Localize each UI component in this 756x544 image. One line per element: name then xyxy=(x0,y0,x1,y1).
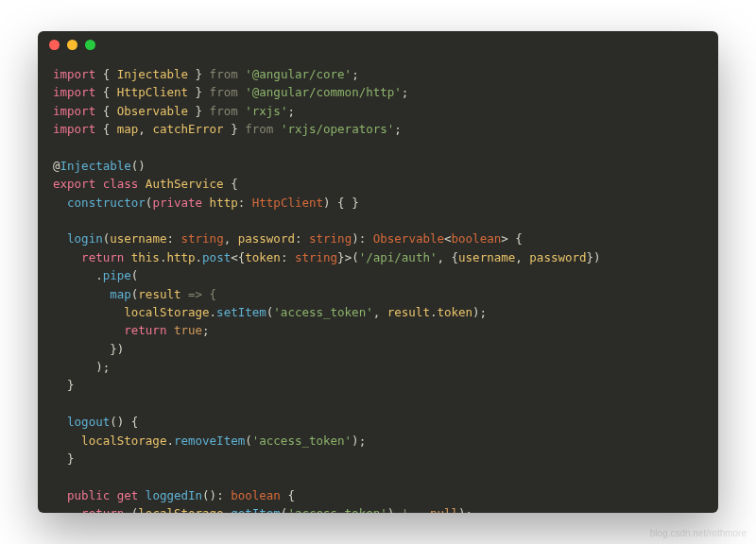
brace: { xyxy=(231,177,238,191)
fn: logout xyxy=(67,415,110,429)
identifier: password xyxy=(529,250,586,264)
kw-class: class xyxy=(103,177,139,191)
punct: > { xyxy=(501,231,523,246)
string: 'rxjs/operators' xyxy=(281,122,394,136)
fn: pipe xyxy=(103,268,131,282)
punct: . xyxy=(210,305,217,319)
null: null xyxy=(430,506,458,513)
fn: loggedIn xyxy=(146,488,202,502)
param: username xyxy=(110,231,166,246)
punct: ( xyxy=(131,268,139,282)
punct: ); xyxy=(352,434,366,448)
brace: } xyxy=(67,451,75,466)
brace: { xyxy=(103,67,117,81)
fn: post xyxy=(202,250,231,264)
zoom-icon[interactable] xyxy=(85,40,95,50)
identifier: Injectable xyxy=(117,67,188,81)
at: @ xyxy=(53,159,60,173)
kw-return: return xyxy=(124,323,166,337)
string: '/api/auth' xyxy=(359,250,438,264)
punct: , xyxy=(373,305,387,319)
brace: { xyxy=(103,122,117,136)
brace: { xyxy=(103,104,117,118)
punct: () { xyxy=(110,415,138,429)
punct: : xyxy=(238,196,252,210)
punct: () xyxy=(131,159,146,173)
string: 'access_token' xyxy=(273,305,372,319)
type: string xyxy=(295,250,337,264)
identifier: HttpClient xyxy=(117,85,188,99)
op: !== xyxy=(394,506,430,513)
type: string xyxy=(181,231,224,246)
punct: }) xyxy=(110,342,124,356)
punct: . xyxy=(196,250,203,264)
punct: ); xyxy=(95,360,110,374)
const: true xyxy=(174,323,202,337)
string: 'access_token' xyxy=(252,434,352,448)
string: 'access_token' xyxy=(287,506,387,513)
fn: setItem xyxy=(216,305,266,319)
identifier: username xyxy=(458,250,515,264)
close-icon[interactable] xyxy=(49,40,60,50)
kw-import: import xyxy=(53,104,95,118)
string: '@angular/core' xyxy=(245,67,352,81)
fn: getItem xyxy=(231,506,281,513)
prop: token xyxy=(437,305,472,319)
prop: http xyxy=(166,250,195,264)
param: result xyxy=(138,287,180,301)
kw-private: private xyxy=(152,196,202,210)
punct: . xyxy=(166,434,174,448)
prop: token xyxy=(245,250,281,264)
identifier: localStorage xyxy=(138,506,223,513)
kw-get: get xyxy=(117,488,139,502)
kw-public: public xyxy=(67,488,110,502)
fn: login xyxy=(67,231,103,246)
punct: ; xyxy=(402,85,409,99)
punct: : xyxy=(295,231,309,246)
arrow: => { xyxy=(180,287,216,301)
type: string xyxy=(309,231,352,246)
kw-from: from xyxy=(245,122,273,136)
type: boolean xyxy=(452,231,502,246)
punct: , xyxy=(224,231,238,246)
annotation: Injectable xyxy=(60,159,131,173)
kw-import: import xyxy=(53,67,95,81)
identifier: map xyxy=(117,122,139,136)
param: http xyxy=(210,196,238,210)
punct: ); xyxy=(458,506,472,513)
fn: map xyxy=(110,287,131,301)
classname: AuthService xyxy=(146,177,224,191)
kw-import: import xyxy=(53,122,95,136)
brace: { xyxy=(281,488,295,502)
punct: : xyxy=(281,250,295,264)
watermark: blog.csdn.net/rothmore xyxy=(650,528,747,538)
punct: . xyxy=(95,268,103,282)
kw-import: import xyxy=(53,85,95,99)
brace: } xyxy=(188,104,202,118)
code-window: import { Injectable } from '@angular/cor… xyxy=(38,31,718,513)
identifier: localStorage xyxy=(81,434,166,448)
kw-return: return xyxy=(81,250,124,264)
punct: ): xyxy=(352,231,373,246)
punct: ( xyxy=(245,434,252,448)
brace: } xyxy=(224,122,238,136)
identifier: result xyxy=(387,305,430,319)
fn: constructor xyxy=(67,196,146,210)
fn: removeItem xyxy=(174,434,245,448)
brace: } xyxy=(188,85,202,99)
identifier: Observable xyxy=(117,104,188,118)
punct: , { xyxy=(437,250,458,264)
type: boolean xyxy=(231,488,281,502)
punct: }>( xyxy=(337,250,359,264)
kw-from: from xyxy=(210,85,238,99)
punct: ; xyxy=(287,104,295,118)
code-editor[interactable]: import { Injectable } from '@angular/cor… xyxy=(38,58,718,513)
kw-from: from xyxy=(210,67,238,81)
punct: ; xyxy=(394,122,402,136)
brace: } xyxy=(67,378,75,392)
punct: : xyxy=(166,231,180,246)
minimize-icon[interactable] xyxy=(67,40,77,50)
punct: < xyxy=(444,231,452,246)
type: HttpClient xyxy=(252,196,323,210)
type: Observable xyxy=(373,231,444,246)
